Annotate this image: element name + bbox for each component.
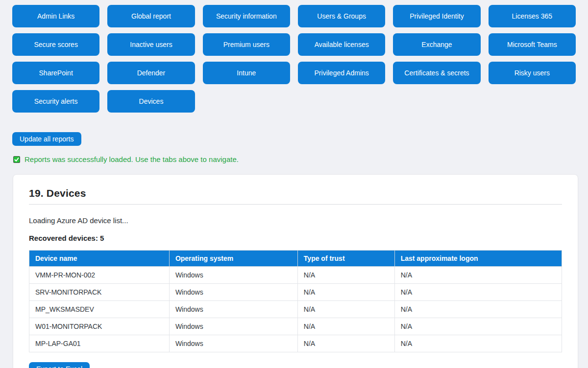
tab-intune[interactable]: Intune <box>203 62 290 84</box>
table-row: SRV-MONITORPACKWindowsN/AN/A <box>29 284 562 301</box>
cell-operating-system: Windows <box>169 284 297 301</box>
cell-last-approximate-logon: N/A <box>394 284 562 301</box>
update-all-reports-button[interactable]: Update all reports <box>12 132 81 146</box>
table-row: VMM-PR-MON-002WindowsN/AN/A <box>29 267 562 284</box>
recovered-devices-count: 5 <box>100 234 104 242</box>
table-row: MP_WKSMASDEVWindowsN/AN/A <box>29 301 562 318</box>
table-row: W01-MONITORPACKWindowsN/AN/A <box>29 318 562 335</box>
cell-device-name: SRV-MONITORPACK <box>29 284 170 301</box>
cell-operating-system: Windows <box>169 267 297 284</box>
cell-last-approximate-logon: N/A <box>394 318 562 335</box>
devices-card: 19. Devices Loading Azure AD device list… <box>13 174 578 368</box>
tab-available-licenses[interactable]: Available licenses <box>298 33 385 56</box>
cell-last-approximate-logon: N/A <box>394 335 562 352</box>
tab-defender[interactable]: Defender <box>107 62 195 84</box>
section-divider <box>29 204 562 205</box>
tab-users-groups[interactable]: Users & Groups <box>298 5 385 27</box>
column-header-device-name: Device name <box>29 251 170 267</box>
report-tabs: Admin LinksGlobal reportSecurity informa… <box>0 0 588 113</box>
cell-operating-system: Windows <box>169 335 297 352</box>
tab-security-alerts[interactable]: Security alerts <box>12 90 99 113</box>
update-all-wrap: Update all reports <box>12 132 576 146</box>
section-title: 19. Devices <box>29 187 562 199</box>
cell-last-approximate-logon: N/A <box>394 267 562 284</box>
tab-devices[interactable]: Devices <box>107 90 195 113</box>
tab-global-report[interactable]: Global report <box>107 5 195 27</box>
tab-admin-links[interactable]: Admin Links <box>12 5 99 27</box>
tab-sharepoint[interactable]: SharePoint <box>12 62 99 84</box>
cell-operating-system: Windows <box>169 318 297 335</box>
tab-microsoft-teams[interactable]: Microsoft Teams <box>489 33 576 56</box>
export-to-excel-button[interactable]: Export to Excel <box>29 362 90 368</box>
cell-type-of-trust: N/A <box>297 284 394 301</box>
cell-device-name: W01-MONITORPACK <box>29 318 170 335</box>
cell-operating-system: Windows <box>169 301 297 318</box>
check-icon <box>14 157 19 162</box>
tab-certificates-secrets[interactable]: Certificates & secrets <box>393 62 480 84</box>
devices-table-head: Device nameOperating systemType of trust… <box>29 251 562 267</box>
export-wrap: Export to Excel <box>29 362 562 368</box>
tab-risky-users[interactable]: Risky users <box>489 62 576 84</box>
status-message: Reports was successfully loaded. Use the… <box>24 155 239 163</box>
cell-device-name: MP-LAP-GA01 <box>29 335 170 352</box>
loading-text: Loading Azure AD device list... <box>29 216 562 225</box>
cell-type-of-trust: N/A <box>297 318 394 335</box>
cell-last-approximate-logon: N/A <box>394 301 562 318</box>
table-header-row: Device nameOperating systemType of trust… <box>29 251 562 267</box>
tab-privileged-identity[interactable]: Privileged Identity <box>393 5 480 27</box>
recovered-devices-label: Recovered devices: <box>29 234 98 242</box>
column-header-operating-system: Operating system <box>169 251 297 267</box>
cell-type-of-trust: N/A <box>297 335 394 352</box>
tab-security-information[interactable]: Security information <box>203 5 290 27</box>
cell-device-name: VMM-PR-MON-002 <box>29 267 170 284</box>
devices-table: Device nameOperating systemType of trust… <box>29 250 562 352</box>
cell-device-name: MP_WKSMASDEV <box>29 301 170 318</box>
status-line: Reports was successfully loaded. Use the… <box>13 155 576 163</box>
devices-table-body: VMM-PR-MON-002WindowsN/AN/ASRV-MONITORPA… <box>29 267 562 352</box>
tab-premium-users[interactable]: Premium users <box>203 33 290 56</box>
column-header-last-approximate-logon: Last approximate logon <box>394 251 562 267</box>
tab-inactive-users[interactable]: Inactive users <box>107 33 195 56</box>
tab-licenses-365[interactable]: Licenses 365 <box>489 5 576 27</box>
tab-privileged-admins[interactable]: Privileged Admins <box>298 62 385 84</box>
tab-secure-scores[interactable]: Secure scores <box>12 33 99 56</box>
recovered-devices-line: Recovered devices: 5 <box>29 234 562 242</box>
cell-type-of-trust: N/A <box>297 267 394 284</box>
column-header-type-of-trust: Type of trust <box>297 251 394 267</box>
success-checkbox[interactable] <box>13 156 20 163</box>
cell-type-of-trust: N/A <box>297 301 394 318</box>
tab-exchange[interactable]: Exchange <box>393 33 480 56</box>
table-row: MP-LAP-GA01WindowsN/AN/A <box>29 335 562 352</box>
